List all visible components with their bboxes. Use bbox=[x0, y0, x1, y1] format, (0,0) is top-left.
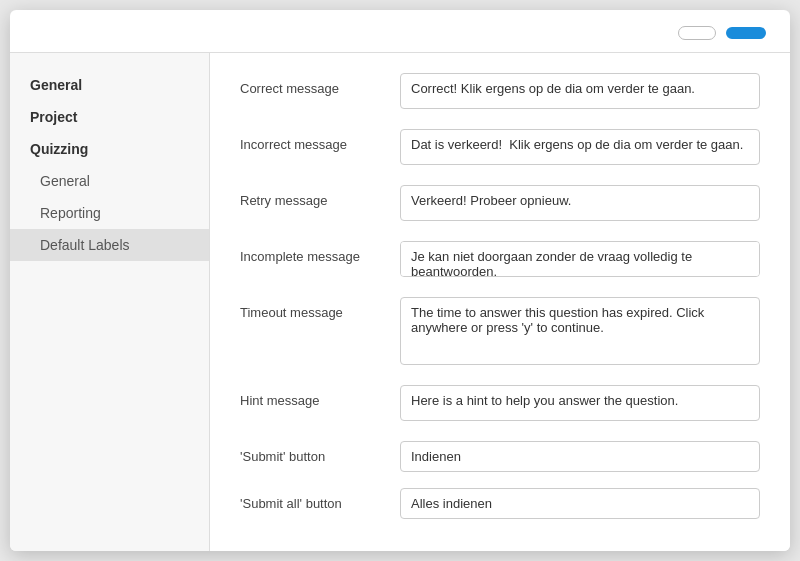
sidebar-item-quizzing[interactable]: Quizzing bbox=[10, 133, 209, 165]
field-input-wrap-incorrect-message: Dat is verkeerd! Klik ergens op de dia o… bbox=[400, 129, 760, 169]
field-row-correct-message: Correct messageCorrect! Klik ergens op d… bbox=[240, 73, 760, 113]
field-row-incorrect-message: Incorrect messageDat is verkeerd! Klik e… bbox=[240, 129, 760, 169]
sidebar-item-general[interactable]: General bbox=[10, 69, 209, 101]
cancel-button[interactable] bbox=[678, 26, 716, 40]
dialog-header bbox=[10, 10, 790, 53]
field-label-retry-message: Retry message bbox=[240, 185, 400, 208]
textarea-timeout-message[interactable]: The time to answer this question has exp… bbox=[400, 297, 760, 365]
field-label-submit-button: 'Submit' button bbox=[240, 441, 400, 464]
field-row-incomplete-message: Incomplete messageJe kan niet doorgaan z… bbox=[240, 241, 760, 281]
preferences-dialog: General Project Quizzing General Reporti… bbox=[10, 10, 790, 551]
sidebar-item-project[interactable]: Project bbox=[10, 101, 209, 133]
sidebar-item-reporting[interactable]: Reporting bbox=[10, 197, 209, 229]
field-row-submit-all-button: 'Submit all' button bbox=[240, 488, 760, 519]
field-input-wrap-hint-message: Here is a hint to help you answer the qu… bbox=[400, 385, 760, 425]
dialog-body: General Project Quizzing General Reporti… bbox=[10, 53, 790, 551]
input-submit-all-button[interactable] bbox=[400, 488, 760, 519]
textarea-retry-message[interactable]: Verkeerd! Probeer opnieuw. bbox=[400, 185, 760, 221]
sidebar-item-default-labels[interactable]: Default Labels bbox=[10, 229, 209, 261]
field-label-correct-message: Correct message bbox=[240, 73, 400, 96]
sidebar: General Project Quizzing General Reporti… bbox=[10, 53, 210, 551]
field-input-wrap-timeout-message: The time to answer this question has exp… bbox=[400, 297, 760, 369]
field-input-wrap-correct-message: Correct! Klik ergens op de dia om verder… bbox=[400, 73, 760, 113]
field-row-submit-button: 'Submit' button bbox=[240, 441, 760, 472]
field-row-hint-message: Hint messageHere is a hint to help you a… bbox=[240, 385, 760, 425]
sidebar-item-general-sub[interactable]: General bbox=[10, 165, 209, 197]
field-label-hint-message: Hint message bbox=[240, 385, 400, 408]
field-label-incomplete-message: Incomplete message bbox=[240, 241, 400, 264]
textarea-hint-message[interactable]: Here is a hint to help you answer the qu… bbox=[400, 385, 760, 421]
field-input-wrap-submit-all-button bbox=[400, 488, 760, 519]
field-row-timeout-message: Timeout messageThe time to answer this q… bbox=[240, 297, 760, 369]
ok-button[interactable] bbox=[726, 27, 766, 39]
content-area: Correct messageCorrect! Klik ergens op d… bbox=[210, 53, 790, 551]
textarea-incomplete-message[interactable]: Je kan niet doorgaan zonder de vraag vol… bbox=[400, 241, 760, 277]
textarea-correct-message[interactable]: Correct! Klik ergens op de dia om verder… bbox=[400, 73, 760, 109]
textarea-incorrect-message[interactable]: Dat is verkeerd! Klik ergens op de dia o… bbox=[400, 129, 760, 165]
input-submit-button[interactable] bbox=[400, 441, 760, 472]
field-row-retry-message: Retry messageVerkeerd! Probeer opnieuw. bbox=[240, 185, 760, 225]
field-input-wrap-incomplete-message: Je kan niet doorgaan zonder de vraag vol… bbox=[400, 241, 760, 281]
field-label-incorrect-message: Incorrect message bbox=[240, 129, 400, 152]
field-input-wrap-retry-message: Verkeerd! Probeer opnieuw. bbox=[400, 185, 760, 225]
header-buttons bbox=[678, 26, 766, 40]
field-input-wrap-submit-button bbox=[400, 441, 760, 472]
field-label-submit-all-button: 'Submit all' button bbox=[240, 488, 400, 511]
field-label-timeout-message: Timeout message bbox=[240, 297, 400, 320]
